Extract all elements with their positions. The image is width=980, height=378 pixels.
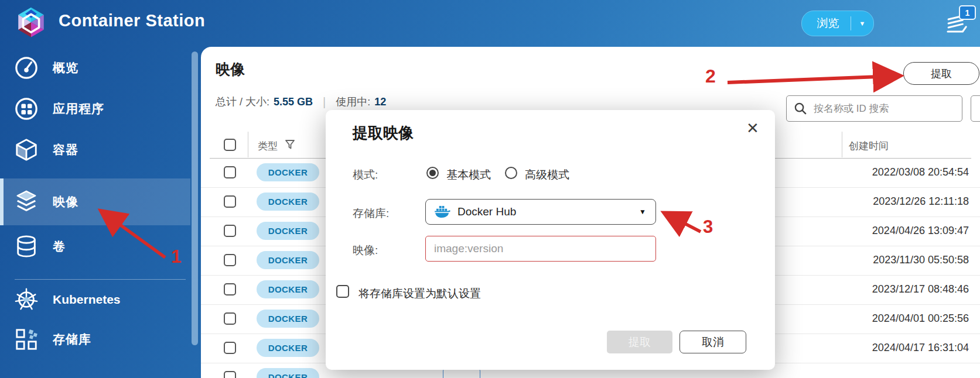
set-default-checkbox[interactable] (336, 285, 349, 298)
filter-toggle-button[interactable] (971, 95, 980, 122)
sidebar-item-label: 映像 (53, 194, 78, 210)
advanced-mode-label[interactable]: 高级模式 (525, 167, 569, 183)
image-label: 映像: (353, 243, 378, 258)
row-checkbox[interactable] (224, 283, 236, 295)
total-size-label: 总计 / 大小: (216, 95, 269, 109)
created-time: 2023/12/26 12:11:18 (805, 195, 969, 208)
sidebar: 概览 应用程序 容器 (0, 47, 201, 378)
cube-icon (14, 138, 39, 162)
apps-icon (14, 97, 39, 121)
sidebar-item-kubernetes[interactable]: Kubernetes (0, 279, 190, 321)
pull-image-dialog: 提取映像 ✕ 模式: 基本模式 高级模式 存储库: Docker Hub ▼ 映… (326, 110, 775, 370)
row-checkbox[interactable] (224, 195, 236, 208)
top-bar: Container Station 浏览 ▼ 1 (0, 0, 980, 47)
row-checkbox[interactable] (224, 225, 236, 237)
registry-icon (14, 327, 39, 352)
type-badge: DOCKER (257, 251, 319, 269)
browse-split-button[interactable]: 浏览 ▼ (801, 11, 874, 36)
search-icon (794, 102, 807, 115)
sidebar-item-label: Kubernetes (53, 293, 121, 307)
type-badge: DOCKER (257, 222, 319, 240)
registry-label: 存储库: (353, 206, 389, 221)
gauge-icon (14, 56, 39, 80)
created-time: 2022/03/08 20:54:54 (805, 166, 969, 178)
app-title: Container Station (59, 11, 205, 30)
container-station-window: Container Station 浏览 ▼ 1 概览 (0, 0, 980, 378)
row-checkbox[interactable] (224, 254, 236, 266)
search-input[interactable] (812, 102, 962, 115)
sidebar-item-images[interactable]: 映像 (0, 178, 190, 225)
chevron-down-icon: ▼ (639, 208, 646, 216)
close-icon[interactable]: ✕ (746, 121, 759, 136)
created-time: 2024/04/01 00:25:56 (805, 312, 969, 325)
column-divider (842, 132, 842, 157)
page-title: 映像 (216, 60, 245, 79)
sidebar-item-label: 概览 (53, 60, 78, 76)
in-use-label: 使用中: (336, 95, 370, 109)
basic-mode-label[interactable]: 基本模式 (446, 167, 491, 183)
total-size-value: 5.55 GB (274, 96, 313, 108)
column-header-created[interactable]: 创建时间 (849, 139, 889, 153)
tasks-count-badge: 1 (959, 5, 976, 20)
pull-image-button[interactable]: 提取 (903, 62, 979, 85)
dialog-pull-button[interactable]: 提取 (607, 331, 672, 353)
dialog-cancel-button[interactable]: 取消 (679, 331, 746, 353)
dialog-title: 提取映像 (353, 123, 414, 143)
sidebar-item-overview[interactable]: 概览 (0, 47, 190, 89)
basic-mode-radio[interactable] (426, 167, 439, 179)
stats-divider: | (323, 95, 326, 109)
sidebar-item-label: 容器 (53, 142, 78, 158)
chevron-down-icon[interactable]: ▼ (851, 20, 873, 27)
image-search[interactable] (786, 95, 962, 122)
created-time: 2024/04/17 16:31:04 (805, 342, 969, 354)
type-badge: DOCKER (257, 280, 319, 298)
container-station-logo-icon (14, 5, 48, 39)
type-badge: DOCKER (257, 368, 319, 378)
sidebar-item-volumes[interactable]: 卷 (0, 225, 190, 267)
created-time: 2023/11/30 05:50:58 (805, 254, 969, 266)
sidebar-item-applications[interactable]: 应用程序 (0, 88, 190, 130)
images-stats: 总计 / 大小: 5.55 GB | 使用中: 12 (216, 95, 386, 109)
browse-button-label[interactable]: 浏览 (802, 16, 851, 31)
column-header-type[interactable]: 类型 (258, 139, 278, 153)
filter-icon[interactable] (285, 140, 295, 150)
created-time: 2023/12/17 08:48:46 (805, 283, 969, 295)
sidebar-item-label: 应用程序 (53, 101, 104, 117)
select-all-checkbox[interactable] (224, 139, 236, 151)
row-checkbox[interactable] (224, 342, 236, 354)
type-badge: DOCKER (257, 193, 319, 211)
background-tasks-button[interactable]: 1 (944, 11, 971, 39)
image-name-input[interactable] (425, 236, 656, 262)
sidebar-item-label: 卷 (53, 238, 66, 255)
row-checkbox[interactable] (224, 312, 236, 325)
registry-selected-value: Docker Hub (457, 205, 639, 218)
created-time: 2024/04/26 13:09:47 (805, 225, 969, 237)
column-divider (248, 132, 248, 157)
kubernetes-wheel-icon (14, 287, 39, 312)
row-checkbox[interactable] (224, 371, 236, 378)
layers-icon (14, 190, 39, 214)
type-badge: DOCKER (257, 339, 319, 357)
type-badge: DOCKER (257, 163, 319, 181)
advanced-mode-radio[interactable] (505, 167, 517, 179)
sidebar-item-registries[interactable]: 存储库 (0, 318, 190, 360)
type-badge: DOCKER (257, 310, 319, 328)
set-default-label[interactable]: 将存储库设置为默认设置 (358, 286, 481, 301)
mode-label: 模式: (353, 167, 378, 183)
row-checkbox[interactable] (224, 166, 236, 178)
docker-whale-icon (435, 205, 450, 218)
database-icon (14, 234, 39, 259)
in-use-value: 12 (374, 96, 386, 108)
sidebar-scrollbar[interactable] (192, 51, 198, 345)
registry-select[interactable]: Docker Hub ▼ (425, 199, 656, 225)
sidebar-item-containers[interactable]: 容器 (0, 129, 190, 171)
sidebar-item-label: 存储库 (53, 331, 91, 348)
